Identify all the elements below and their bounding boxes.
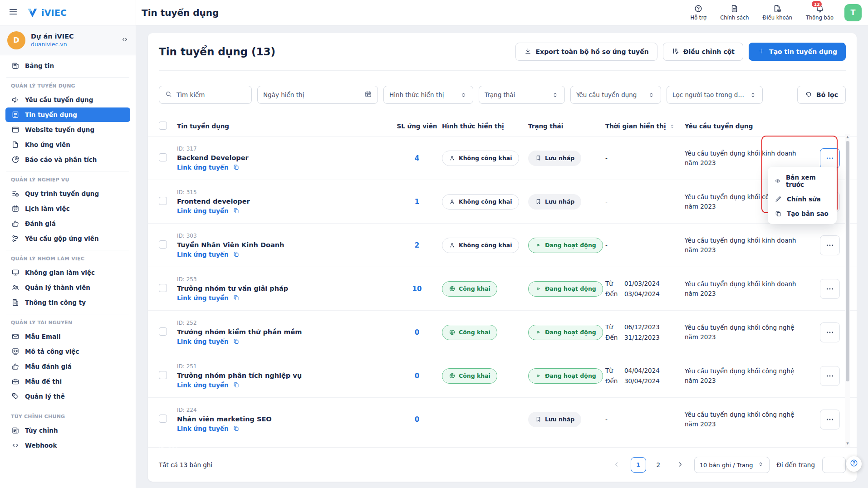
page-size-select[interactable]: 10 bản ghi / Trang — [694, 457, 770, 473]
export-button[interactable]: Export toàn bộ hồ sơ ứng tuyển — [515, 43, 657, 61]
applicant-count[interactable]: 0 — [392, 372, 442, 380]
topbar-action-doc-check[interactable]: Điều khoản — [763, 4, 792, 21]
posting-title[interactable]: Trưởng nhóm tư vấn giải pháp — [177, 285, 387, 292]
sidebar-item[interactable]: Tùy chỉnh — [5, 423, 130, 438]
page-number-button[interactable]: 2 — [651, 457, 666, 473]
applicant-count[interactable]: 0 — [392, 415, 442, 424]
help-bubble-button[interactable] — [846, 456, 862, 472]
sidebar-item[interactable]: Webhook — [5, 438, 130, 453]
sidebar-item[interactable]: Quản lý thẻ — [5, 389, 130, 404]
application-link[interactable]: Link ứng tuyển — [177, 338, 387, 345]
sidebar-item[interactable]: Thông tin công ty — [5, 295, 130, 310]
next-page-button[interactable] — [673, 458, 687, 472]
filter-select[interactable]: Lọc người tạo trong dan... — [667, 86, 763, 104]
menu-item[interactable]: Tạo bản sao — [768, 206, 837, 221]
sidebar-item[interactable]: Mẫu đề thi — [5, 374, 130, 389]
row-checkbox[interactable] — [159, 240, 167, 249]
status-chip: Lưu nháp — [528, 151, 581, 166]
sidebar-item[interactable]: Tin tuyển dụng — [5, 107, 130, 122]
topbar-action-doc[interactable]: Chính sách — [720, 4, 749, 21]
applicant-count[interactable]: 0 — [392, 328, 442, 337]
sidebar-item[interactable]: Website tuyển dụng — [5, 122, 130, 137]
caret-icon — [749, 91, 757, 99]
row-checkbox[interactable] — [159, 371, 167, 379]
bookmark-icon — [535, 198, 542, 205]
application-link[interactable]: Link ứng tuyển — [177, 381, 387, 389]
select-all-checkbox[interactable] — [159, 122, 167, 130]
row-actions-button[interactable] — [820, 322, 840, 342]
sidebar-item[interactable]: Đánh giá — [5, 216, 130, 231]
sidebar-item[interactable]: Yêu cầu tuyển dụng — [5, 93, 130, 107]
col-count: SL ứng viên — [392, 122, 442, 130]
applicant-count[interactable]: 4 — [392, 154, 442, 162]
application-link[interactable]: Link ứng tuyển — [177, 425, 387, 432]
row-actions-button[interactable] — [820, 235, 840, 255]
sidebar-collapse-button[interactable] — [121, 36, 128, 45]
topbar-action-bell[interactable]: 12Thông báo — [806, 4, 834, 21]
row-checkbox[interactable] — [159, 284, 167, 292]
row-actions-button[interactable] — [820, 148, 840, 168]
row-actions-button[interactable] — [820, 279, 840, 299]
project-switcher[interactable]: D Dự án iVIEC duaniviec.vn — [0, 25, 136, 55]
row-checkbox[interactable] — [159, 153, 167, 161]
sidebar-item[interactable]: Bảng tin — [5, 59, 130, 73]
sidebar-item[interactable]: Kho ứng viên — [5, 137, 130, 152]
sidebar-item[interactable]: Mô tả công việc — [5, 344, 130, 359]
sidebar-item[interactable]: Không gian làm việc — [5, 265, 130, 280]
menu-item-label: Tạo bản sao — [787, 210, 829, 217]
goto-page-input[interactable] — [822, 457, 846, 473]
application-link[interactable]: Link ứng tuyển — [177, 251, 387, 258]
application-link[interactable]: Link ứng tuyển — [177, 207, 387, 215]
prev-page-button[interactable] — [610, 458, 623, 472]
application-link[interactable]: Link ứng tuyển — [177, 294, 387, 302]
posting-title[interactable]: Frontend developer — [177, 198, 387, 205]
topbar-action-help[interactable]: Hỗ trợ — [691, 4, 707, 21]
filter-select[interactable]: Hình thức hiển thị — [383, 86, 473, 104]
help-icon — [694, 4, 703, 13]
scrollbar-up-arrow[interactable]: ▲ — [845, 134, 850, 140]
row-checkbox[interactable] — [159, 197, 167, 205]
applicant-count[interactable]: 1 — [392, 198, 442, 206]
page-number-button[interactable]: 1 — [631, 457, 646, 473]
posting-title[interactable]: Backend Developer — [177, 154, 387, 161]
application-link[interactable]: Link ứng tuyển — [177, 164, 387, 171]
logo[interactable]: iVIEC — [26, 7, 67, 18]
menu-item[interactable]: Chỉnh sửa — [768, 192, 837, 206]
date-filter[interactable] — [257, 86, 378, 104]
posting-title[interactable]: Trưởng nhóm phân tích nghiệp vụ — [177, 372, 387, 379]
sidebar-item[interactable]: Báo cáo và phân tích — [5, 152, 130, 167]
sidebar-item[interactable]: Mẫu Email — [5, 329, 130, 344]
sidebar-item[interactable]: Lịch làm việc — [5, 201, 130, 216]
date-input[interactable] — [263, 91, 360, 98]
posting-id: ID: 253 — [177, 276, 387, 283]
applicant-count[interactable]: 2 — [392, 241, 442, 249]
sidebar-item[interactable]: Quy trình tuyển dụng — [5, 186, 130, 201]
adjust-columns-button[interactable]: Điều chỉnh cột — [663, 43, 743, 61]
sidebar-item[interactable]: Yêu cầu gộp ứng viên — [5, 231, 130, 246]
search-icon — [165, 90, 172, 98]
filter-select[interactable]: Yêu cầu tuyển dụng — [570, 86, 661, 104]
posting-title[interactable]: Tuyển Nhân Viên Kinh Doanh — [177, 241, 387, 249]
clear-filters-button[interactable]: Bỏ lọc — [797, 86, 846, 104]
sidebar-item[interactable]: Quản lý thành viên — [5, 280, 130, 295]
table-scrollbar[interactable]: ▲ ▼ — [845, 134, 850, 447]
row-actions-button[interactable] — [820, 410, 840, 429]
search-input[interactable] — [177, 91, 246, 98]
row-actions-button[interactable] — [820, 366, 840, 386]
create-posting-button[interactable]: Tạo tin tuyển dụng — [749, 43, 846, 61]
applicant-count[interactable]: 10 — [392, 285, 442, 293]
posting-title[interactable]: Nhân viên marketing SEO — [177, 415, 387, 423]
menu-item[interactable]: Bản xem trước — [768, 170, 837, 192]
filter-select[interactable]: Trạng thái — [479, 86, 565, 104]
user-avatar[interactable]: T — [844, 4, 862, 21]
table-row: ID: 253Trưởng nhóm tư vấn giải phápLink … — [148, 267, 857, 310]
posting-title[interactable]: Trưởng nhóm kiểm thử phần mềm — [177, 328, 387, 336]
row-checkbox[interactable] — [159, 327, 167, 336]
visibility-label: Không công khai — [459, 242, 512, 249]
menu-toggle-button[interactable] — [7, 7, 19, 19]
scrollbar-down-arrow[interactable]: ▼ — [845, 441, 850, 446]
sidebar-item[interactable]: Mẫu đánh giá — [5, 359, 130, 374]
project-domain-link[interactable]: duaniviec.vn — [31, 41, 116, 48]
scrollbar-thumb[interactable] — [846, 141, 849, 381]
row-checkbox[interactable] — [159, 415, 167, 423]
